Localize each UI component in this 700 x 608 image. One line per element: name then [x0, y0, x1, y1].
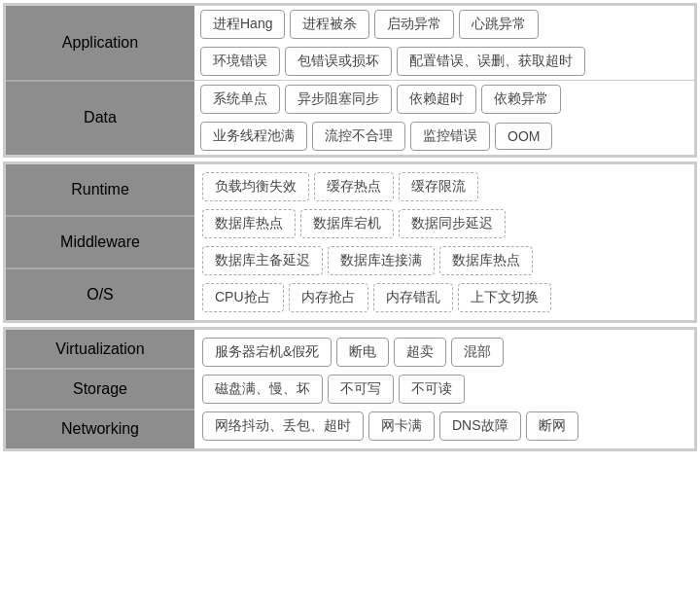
tag-yilai-yichang: 依赖异常: [481, 85, 561, 114]
tag-xintiao-yichang: 心跳异常: [459, 10, 539, 39]
tag-wangluo-doudong: 网络抖动、丢包、超时: [202, 411, 364, 441]
tag-shujuku-zangji: 数据库宕机: [300, 209, 394, 238]
tag-jiankong-cuowu: 监控错误: [410, 122, 490, 151]
bottom-content: 服务器宕机&假死 断电 超卖 混部 磁盘满、慢、坏 不可写 不可读 网络抖动、丢…: [194, 330, 694, 448]
bottom-sidebar: Virtualization Storage Networking: [6, 330, 194, 448]
bottom-section: Virtualization Storage Networking 服务器宕机&…: [3, 327, 697, 451]
tag-qidong-yichang: 启动异常: [374, 10, 454, 39]
tag-fuzai-junheng: 负载均衡失效: [202, 172, 309, 201]
tag-fuwuqi-zangji: 服务器宕机&假死: [202, 338, 332, 367]
data-row-1: 系统单点 异步阻塞同步 依赖超时 依赖异常: [194, 81, 694, 118]
data-row-2: 业务线程池满 流控不合理 监控错误 OOM: [194, 118, 694, 155]
sidebar-label-middleware: Middleware: [6, 216, 194, 268]
tag-shangxiawenqiehuan: 上下文切换: [458, 283, 551, 312]
tag-wangka-man: 网卡满: [368, 411, 435, 441]
tag-liukong-buheli: 流控不合理: [312, 122, 405, 151]
tag-jincheng-sha: 进程被杀: [290, 10, 369, 39]
tag-yewu-xian: 业务线程池满: [200, 122, 307, 151]
mid-content: 负载均衡失效 缓存热点 缓存限流 数据库热点 数据库宕机 数据同步延迟 数据库主…: [194, 164, 694, 320]
tag-duanwang: 断网: [526, 411, 578, 441]
app-row-1: 进程Hang 进程被杀 启动异常 心跳异常: [194, 6, 694, 43]
sidebar-label-os: O/S: [6, 268, 194, 320]
tag-huancun-redian: 缓存热点: [314, 172, 394, 201]
middleware-row-2: 数据库主备延迟 数据库连接满 数据库热点: [196, 242, 692, 279]
virt-row-1: 服务器宕机&假死 断电 超卖 混部: [196, 334, 692, 371]
mid-sidebar: Runtime Middleware O/S: [6, 164, 194, 320]
tag-jincheng-hang: 进程Hang: [200, 10, 285, 39]
sidebar-label-networking: Networking: [6, 410, 194, 448]
tag-hunbu: 混部: [451, 338, 504, 367]
tag-yibu-zusai: 异步阻塞同步: [285, 85, 392, 114]
sidebar-label-runtime: Runtime: [6, 164, 194, 216]
tag-cipan-man: 磁盘满、慢、坏: [202, 375, 323, 404]
top-section: Application Data 进程Hang 进程被杀 启动异常 心跳异常 环…: [3, 3, 697, 158]
mid-section: Runtime Middleware O/S 负载均衡失效 缓存热点 缓存限流: [3, 161, 697, 323]
app-row-2: 环境错误 包错误或损坏 配置错误、误删、获取超时: [194, 43, 694, 80]
tag-huanjing-cuowu: 环境错误: [200, 47, 280, 76]
middleware-row-1: 数据库热点 数据库宕机 数据同步延迟: [196, 205, 692, 242]
tag-cpu-qiangzhan: CPU抢占: [202, 283, 284, 312]
tag-neicun-cuoluan: 内存错乱: [373, 283, 453, 312]
tag-xitong-dandan: 系统单点: [200, 85, 280, 114]
tag-bao-cuowu: 包错误或损坏: [285, 47, 392, 76]
tag-duandian: 断电: [336, 338, 389, 367]
top-content: 进程Hang 进程被杀 启动异常 心跳异常 环境错误 包错误或损坏 配置错误、误…: [194, 6, 694, 155]
storage-row-1: 磁盘满、慢、坏 不可写 不可读: [196, 371, 692, 408]
tag-buke-xie: 不可写: [328, 375, 394, 404]
tag-huancun-xianliu: 缓存限流: [399, 172, 478, 201]
os-row-1: CPU抢占 内存抢占 内存错乱 上下文切换: [196, 279, 692, 316]
net-row-1: 网络抖动、丢包、超时 网卡满 DNS故障 断网: [196, 408, 692, 445]
tag-shujuku-lianjie: 数据库连接满: [328, 246, 435, 275]
tag-neicun-qiangzhan: 内存抢占: [289, 283, 368, 312]
sidebar-label-storage: Storage: [6, 369, 194, 409]
tag-yilai-chaoshi: 依赖超时: [397, 85, 476, 114]
tag-shujuku-redian-2: 数据库热点: [439, 246, 533, 275]
tag-dns-guzhang: DNS故障: [439, 411, 521, 441]
tag-chaoshou: 超卖: [394, 338, 446, 367]
tag-shujuku-redian-1: 数据库热点: [202, 209, 296, 238]
tag-peizhi-cuowu: 配置错误、误删、获取超时: [397, 47, 585, 76]
top-sidebar: Application Data: [6, 6, 194, 155]
sidebar-label-virtualization: Virtualization: [6, 330, 194, 369]
sidebar-label-data: Data: [6, 81, 194, 156]
runtime-row-1: 负载均衡失效 缓存热点 缓存限流: [196, 168, 692, 205]
tag-shujuku-zhubei: 数据库主备延迟: [202, 246, 323, 275]
sidebar-label-application: Application: [6, 6, 194, 81]
tag-oom: OOM: [495, 123, 552, 150]
tag-buke-du: 不可读: [399, 375, 465, 404]
main-container: Application Data 进程Hang 进程被杀 启动异常 心跳异常 环…: [0, 0, 700, 454]
tag-shujuku-tongbu: 数据同步延迟: [399, 209, 506, 238]
